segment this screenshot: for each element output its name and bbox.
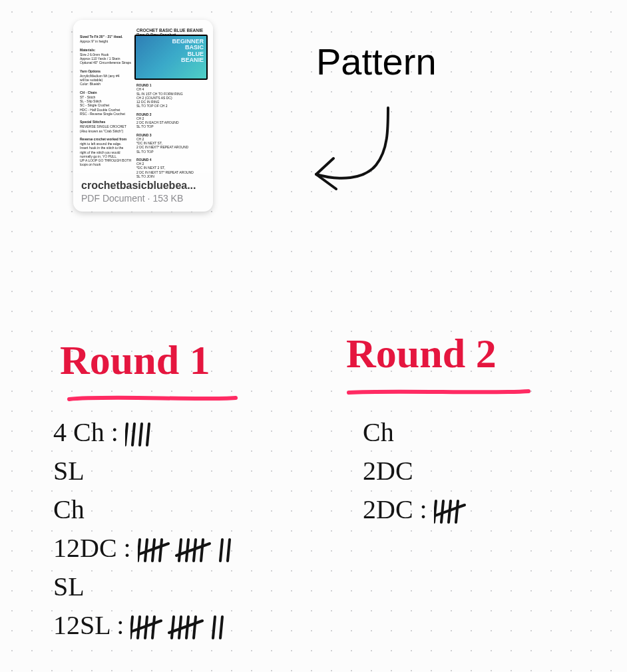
doc-text-block: CH - ChainST - StitchSL - Slip StitchSC … (80, 90, 133, 116)
attachment-thumbnail: CROCHET BASIC BLUE BEANIE Bag O Day Croc… (73, 20, 213, 173)
handwritten-line: Ch (53, 496, 85, 523)
handwritten-line: SL (53, 458, 85, 484)
pattern-label: Pattern (316, 40, 437, 83)
handwritten-line: 4 Ch : (53, 419, 158, 448)
tally-marks (138, 538, 239, 564)
doc-text-block: ROUND 3CH 2*DC IN NEXT ST,2 DC IN NEXT* … (136, 133, 208, 154)
round1-underline (67, 393, 240, 405)
attachment-card[interactable]: CROCHET BASIC BLUE BEANIE Bag O Day Croc… (73, 20, 213, 212)
doc-text-block: ROUND 4CH 2*DC IN NEXT 2 ST,2 DC IN NEXT… (136, 158, 208, 178)
handwritten-line: SL (53, 574, 85, 600)
handwritten-line: 2DC : (363, 496, 479, 525)
arrow-drawing (303, 100, 409, 206)
doc-text-block: Yarn OptionsAcrylic/Medium Wt (any #4wil… (80, 69, 133, 86)
doc-text-block: Sized To Fit 20" - 21" Head.Approx 9" in… (80, 35, 133, 44)
doc-text-block: Special StitchesREVERSE SINGLE CROCHET(A… (80, 120, 133, 133)
doc-text-block: Materials:Size J 6.0mm HookApprox 110 Ya… (80, 48, 133, 65)
doc-text-block: Reverse crochet worked fromright to left… (80, 137, 133, 167)
handwritten-line: 2DC (363, 458, 413, 484)
handwritten-line: 12DC : (53, 535, 239, 564)
tally-marks (125, 422, 158, 448)
doc-text-block: ROUND 1CH 4SL IN 1ST CH TO FORM RINGCH 2… (136, 83, 208, 108)
round2-underline (346, 386, 532, 398)
tally-marks (130, 615, 232, 641)
handwritten-line: 12SL : (53, 612, 232, 641)
round2-heading: Round 2 (346, 333, 497, 374)
hero-image: BEGINNERBASICBLUEBEANIE (134, 35, 208, 80)
attachment-fileinfo: PDF Document · 153 KB (81, 193, 205, 204)
doc-text-block: ROUND 2CH 22 DC IN EACH ST AROUNDSL TO T… (136, 112, 208, 129)
note-canvas[interactable]: CROCHET BASIC BLUE BEANIE Bag O Day Croc… (0, 0, 627, 672)
handwritten-line: Ch (363, 419, 394, 446)
tally-marks (434, 500, 479, 525)
round1-heading: Round 1 (60, 339, 210, 381)
